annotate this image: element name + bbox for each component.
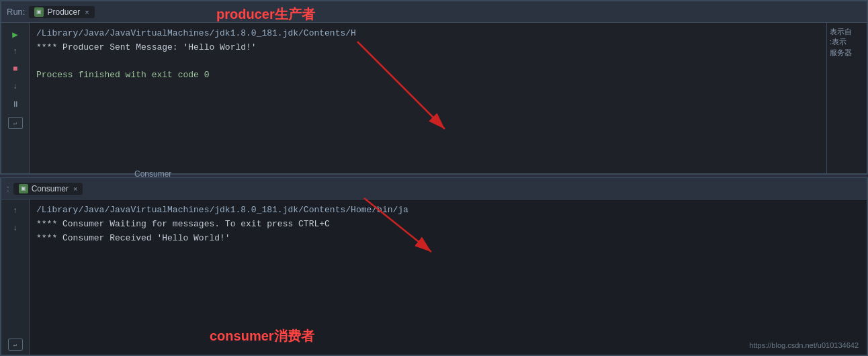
consumer-scroll-up-button[interactable]: ↑ [8,204,23,218]
right-label-3: 服务器 [830,48,864,58]
app-container: Run: ▣ Producer × producer生产者 ▶ ↑ ■ ↓ ⏸ … [0,0,868,356]
consumer-run-colon: : [7,183,9,193]
producer-line-1: /Library/Java/JavaVirtualMachines/jdk1.8… [36,27,820,41]
consumer-line-3: **** Consumer Received 'Hello World!' [36,232,860,246]
consumer-wrap-button[interactable]: ↵ [8,339,23,351]
producer-side-controls: ▶ ↑ ■ ↓ ⏸ ↵ [1,23,30,173]
producer-tab-name: Producer [47,7,80,17]
producer-annotation: producer生产者 [216,5,315,24]
consumer-tab-bar: : ▣ Consumer × [1,178,867,199]
pause-button[interactable]: ⏸ [8,97,23,112]
right-label-2: :表示 [830,37,864,47]
consumer-tab-close[interactable]: × [73,185,77,193]
consumer-panel-body: ↑ ↓ ↵ /Library/Java/JavaVirtualMachines/… [1,199,867,355]
producer-tab[interactable]: ▣ Producer × [29,6,94,18]
producer-console-output: /Library/Java/JavaVirtualMachines/jdk1.8… [30,23,826,173]
scroll-up-button[interactable]: ↑ [8,44,23,59]
consumer-console-output: /Library/Java/JavaVirtualMachines/jdk1.8… [30,199,867,355]
stop-button[interactable]: ■ [8,62,23,77]
consumer-side-controls: ↑ ↓ ↵ [1,199,30,355]
producer-panel-body: ▶ ↑ ■ ↓ ⏸ ↵ /Library/Java/JavaVirtualMac… [1,23,867,173]
consumer-line-1: /Library/Java/JavaVirtualMachines/jdk1.8… [36,204,860,218]
producer-panel: Run: ▣ Producer × producer生产者 ▶ ↑ ■ ↓ ⏸ … [0,0,868,175]
wrap-button[interactable]: ↵ [8,117,23,129]
consumer-panel: : ▣ Consumer × ↑ ↓ ↵ /Library/Java/JavaV… [0,177,868,356]
consumer-line-2: **** Consumer Waiting for messages. To e… [36,218,860,232]
producer-line-4: Process finished with exit code 0 [36,69,820,83]
consumer-tab-name: Consumer [32,184,69,193]
consumer-scroll-down-button[interactable]: ↓ [8,221,23,236]
producer-line-3 [36,55,820,69]
producer-line-2: **** Producer Sent Message: 'Hello World… [36,41,820,55]
producer-right-labels: 表示自 :表示 服务器 [826,23,867,173]
producer-tab-icon: ▣ [34,7,44,17]
right-label-1: 表示自 [830,27,864,37]
producer-tab-bar: Run: ▣ Producer × producer生产者 [1,1,867,23]
scroll-down-button[interactable]: ↓ [8,79,23,94]
consumer-tab-icon: ▣ [19,184,28,193]
footer-url: https://blog.csdn.net/u010134642 [749,341,859,349]
producer-tab-close[interactable]: × [85,8,89,16]
consumer-annotation: consumer消费者 [210,327,314,345]
run-label: Run: [7,7,25,17]
play-button[interactable]: ▶ [8,27,23,42]
consumer-tab[interactable]: ▣ Consumer × [13,183,83,195]
